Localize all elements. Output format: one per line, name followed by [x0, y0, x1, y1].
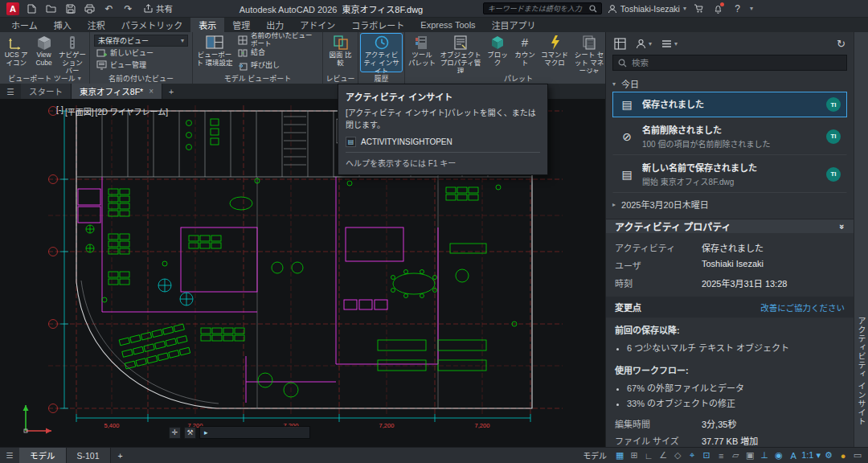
activity-grid-icon[interactable] [614, 38, 626, 50]
tab-layout-s101[interactable]: S-101 [67, 448, 111, 463]
timeline-section-today[interactable]: ▾ 今日 [612, 76, 847, 92]
new-view-button[interactable]: 新しいビュー [94, 47, 188, 59]
ribbon-tab[interactable]: 表示 [190, 18, 224, 32]
tool-palettes-button[interactable]: ツール パレット [407, 34, 436, 72]
annotation-visibility-icon[interactable]: ◉ [772, 450, 786, 461]
selection-cycling-icon[interactable]: ▣ [743, 450, 757, 461]
add-layout-button[interactable]: + [111, 448, 130, 463]
count-palette-button[interactable]: # カウント [512, 34, 538, 72]
timeline-item[interactable]: ⊘ 名前削除されました 100 個の項目が名前削除されました TI [612, 117, 847, 155]
viewport-configuration-icon [206, 35, 223, 51]
autoscale-icon[interactable]: A [786, 451, 800, 461]
annotation-monitor-icon[interactable]: ● [836, 451, 850, 461]
help-icon[interactable]: ? [731, 2, 744, 14]
viewport-configuration-button[interactable]: ビューポート 環境設定 [195, 34, 234, 72]
save-icon[interactable] [63, 2, 77, 14]
transparency-icon[interactable]: ▱ [728, 450, 743, 461]
command-search-icon[interactable]: ⚒ [184, 427, 196, 439]
object-snap-icon[interactable]: ⊡ [699, 450, 714, 461]
ribbon-tab[interactable]: 注釈 [80, 18, 113, 32]
tab-model[interactable]: モデル [19, 448, 67, 463]
new-tab-button[interactable]: + [162, 84, 180, 99]
command-input-box[interactable]: ▸ [199, 426, 310, 439]
timeline-group-date[interactable]: ▸ 2025年3月20日木曜日 [612, 196, 847, 212]
timeline-item[interactable]: ▤ 保存されました TI [612, 92, 847, 117]
workspace-gear-icon[interactable]: ⚙ [821, 450, 836, 461]
model-space-indicator[interactable]: モデル [583, 449, 607, 461]
restore-viewport-button[interactable]: 呼び出し [235, 59, 320, 72]
ortho-icon[interactable]: ∟ [641, 451, 656, 461]
osnap-tracking-icon[interactable]: ⌖ [685, 450, 699, 461]
filter-menu-button[interactable]: ▾ [661, 39, 678, 48]
lineweight-icon[interactable]: ≡ [714, 451, 728, 461]
command-macros-button[interactable]: コマンド マクロ [539, 34, 570, 72]
drawing-compare-button[interactable]: 図面 比較 [326, 34, 355, 72]
view-cube-button[interactable]: View Cube [31, 34, 56, 72]
sheet-set-manager-button[interactable]: シート セット マネージャ [571, 34, 605, 72]
tab-document[interactable]: 東京オフィス8F* × [72, 84, 162, 99]
plot-icon[interactable] [83, 2, 96, 14]
activity-insight-button[interactable]: アクティビティ インサイト [361, 34, 402, 72]
customization-wrench-icon[interactable]: ✛ [169, 427, 181, 439]
annotation-scale-control[interactable]: 1:1 ▾ [800, 450, 821, 461]
close-icon[interactable]: × [149, 87, 154, 96]
drawing-compare-icon [333, 35, 349, 51]
ribbon-tab[interactable]: アドイン [292, 18, 343, 32]
panel-label-review[interactable]: レビュー [323, 73, 358, 84]
viewport-control[interactable]: [2D ワイヤフレーム] [95, 105, 168, 117]
refresh-icon[interactable]: ↻ [837, 38, 845, 50]
ribbon-tab[interactable]: 挿入 [46, 18, 80, 32]
search-icon[interactable] [589, 5, 597, 13]
dynamic-ucs-icon[interactable]: ⊥ [757, 450, 772, 461]
grid-icon[interactable]: ▦ [612, 450, 627, 461]
app-store-icon[interactable] [692, 2, 706, 14]
panel-label-viewport-tools[interactable]: ビューポート ツール▾ [0, 73, 89, 84]
redo-icon[interactable]: ↷ [121, 2, 135, 14]
properties-icon [453, 35, 468, 51]
feedback-link[interactable]: 改善にご協力ください [760, 301, 845, 313]
ucs-icon-button[interactable]: UCS アイコン [2, 34, 30, 72]
polar-tracking-icon[interactable]: ∠ [656, 450, 670, 461]
new-file-icon[interactable] [25, 2, 39, 14]
search-input[interactable] [488, 5, 586, 13]
ribbon-tab[interactable]: コラボレート [343, 18, 412, 32]
account-menu[interactable]: Toshiaki-Isezaki ▾ [608, 4, 686, 14]
ribbon-tab[interactable]: パラメトリック [113, 18, 191, 32]
named-viewports-button[interactable]: 名前の付いたビューポート [235, 34, 320, 46]
command-input[interactable] [211, 428, 305, 437]
blocks-palette-button[interactable]: ブロック [485, 34, 510, 72]
palette-search-input[interactable] [632, 58, 841, 68]
viewport-control[interactable]: [-] [56, 105, 63, 117]
clean-screen-icon[interactable]: ▭ [850, 450, 865, 461]
activity-properties-header[interactable]: アクティビティ プロパティ » [606, 219, 854, 233]
layout-menu-icon[interactable]: ☰ [0, 451, 19, 460]
ribbon-tab[interactable]: 管理 [224, 18, 258, 32]
ribbon-tab[interactable]: 出力 [258, 18, 292, 32]
ribbon-tab[interactable]: 注目アプリ [484, 18, 544, 32]
timeline-item[interactable]: ▤ 新しい名前で保存されました 開始 東京オフィス8F.dwg TI [612, 155, 847, 193]
notifications-bell-icon[interactable] [711, 2, 725, 14]
navigation-bar-button[interactable]: ナビゲーション バー [58, 34, 87, 72]
panel-label-model-viewports[interactable]: モデル ビューポート [193, 73, 322, 84]
panel-label-named-views[interactable]: 名前の付いたビュー [90, 73, 192, 84]
view-manager-button[interactable]: ビュー管理 [94, 59, 188, 71]
undo-icon[interactable]: ↶ [102, 2, 116, 14]
open-folder-icon[interactable] [44, 2, 58, 14]
panel-label-history[interactable]: 履歴 [358, 73, 404, 84]
file-tab-menu-icon[interactable]: ☰ [0, 84, 21, 99]
palette-side-tab[interactable]: アクティビティ インサイト [854, 32, 868, 447]
share-button[interactable]: 共有 [141, 2, 176, 14]
ribbon-tab[interactable]: Express Tools [412, 18, 483, 32]
snap-mode-icon[interactable]: ⊞ [627, 450, 641, 461]
autocad-logo[interactable]: A [6, 2, 19, 15]
help-menu-chevron-icon[interactable]: ▾ [750, 5, 753, 12]
properties-palette-button[interactable]: オブジェクト プロパティ管理 [438, 34, 483, 72]
panel-label-palettes[interactable]: パレット [405, 73, 605, 84]
tab-start[interactable]: スタート [21, 84, 72, 99]
ribbon-tab[interactable]: ホーム [3, 18, 46, 32]
join-viewports-button[interactable]: 結合 [235, 47, 320, 59]
named-view-combo[interactable]: 未保存のビュー▾ [94, 35, 188, 47]
isodraft-icon[interactable]: ◇ [670, 450, 685, 461]
user-filter-button[interactable]: ▾ [636, 39, 652, 49]
viewport-control[interactable]: [平面図] [65, 105, 94, 117]
